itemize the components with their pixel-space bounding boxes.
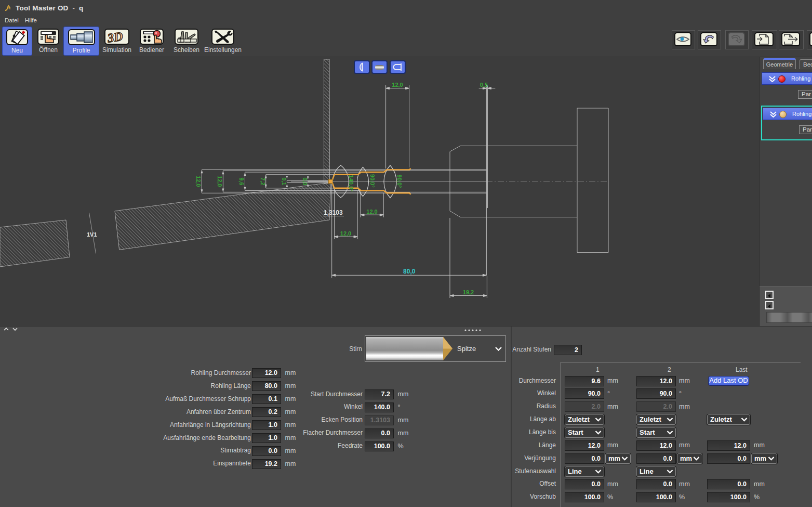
svg-text:12,0: 12,0 [340,230,351,237]
svg-text:90,0°: 90,0° [396,174,403,188]
svg-text:0,0: 0,0 [302,177,308,185]
svg-text:80,0: 80,0 [403,268,416,275]
svg-text:3D: 3D [106,30,124,44]
svg-text:12,0: 12,0 [217,176,223,187]
svg-text:12,0: 12,0 [366,209,377,215]
svg-text:12,0: 12,0 [392,82,403,88]
svg-text:9,6: 9,6 [238,177,245,185]
svg-text:0,1: 0,1 [281,177,287,185]
svg-text:140,0°: 140,0° [348,175,354,192]
svg-text:7,2: 7,2 [260,177,266,185]
svg-text:0,5: 0,5 [480,82,488,88]
svg-text:12,0: 12,0 [195,176,202,187]
svg-text:1,3103: 1,3103 [324,209,343,216]
svg-text:1V1: 1V1 [87,231,97,238]
svg-text:90,0°: 90,0° [369,174,376,188]
svg-text:19,2: 19,2 [463,289,474,295]
